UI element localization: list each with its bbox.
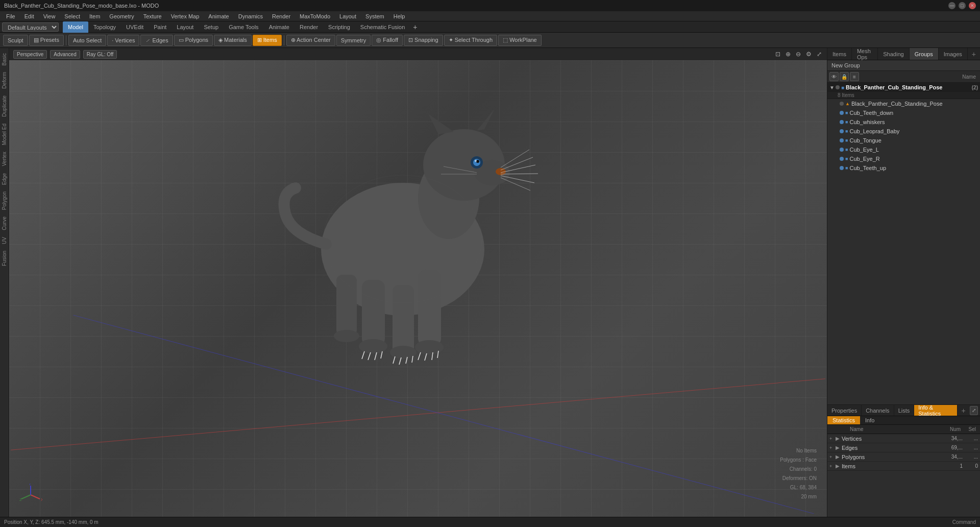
menu-item-item[interactable]: Item: [85, 12, 104, 20]
sidebar-tab-edge[interactable]: Edge: [1, 170, 8, 188]
add-layout-tab-button[interactable]: +: [410, 22, 420, 32]
minimize-button[interactable]: —: [948, 2, 955, 9]
layout-tab-model[interactable]: Model: [63, 21, 88, 33]
tab-mesh-ops[interactable]: Mesh Ops: [852, 48, 878, 60]
sidebar-tab-model-ed[interactable]: Model Ed: [1, 121, 8, 148]
symmetry-btn[interactable]: Symmetry: [336, 35, 371, 46]
stats-expand-btn[interactable]: ⤢: [970, 406, 978, 415]
select-through-btn[interactable]: ✦ Select Through: [444, 35, 497, 46]
scene-eye-btn[interactable]: 👁: [829, 72, 839, 81]
arrow-items[interactable]: ▶: [836, 463, 842, 469]
item-cub-eye-r[interactable]: ■ Cub_Eye_R: [827, 154, 980, 163]
add-stats-tab-button[interactable]: +: [958, 405, 970, 416]
item-black-panther-cub[interactable]: ▲ Black_Panther_Cub_Standing_Pose: [827, 99, 980, 108]
layout-tab-paint[interactable]: Paint: [149, 21, 172, 33]
falloff-btn[interactable]: ◎ Falloff: [372, 35, 403, 46]
menu-item-view[interactable]: View: [39, 12, 60, 20]
menu-item-maxtomodo[interactable]: MaxToModo: [296, 12, 334, 20]
sidebar-tab-fusion[interactable]: Fusion: [1, 248, 8, 269]
stats-row-vertices[interactable]: + ▶ Vertices 34,... ...: [827, 434, 980, 443]
sculpt-btn[interactable]: Sculpt: [3, 35, 28, 46]
tab-lists[interactable]: Lists: [894, 405, 915, 416]
edges-btn[interactable]: ⟋ Edges: [140, 35, 173, 46]
sidebar-tab-curve[interactable]: Curve: [1, 213, 8, 233]
sidebar-tab-deform[interactable]: Deform: [1, 69, 8, 92]
sidebar-tab-polygon[interactable]: Polygon: [1, 188, 8, 213]
sub-tab-statistics[interactable]: Statistics: [827, 416, 860, 424]
stats-row-items[interactable]: + ▶ Items 1 0: [827, 462, 980, 471]
sidebar-tab-duplicate[interactable]: Duplicate: [1, 92, 8, 120]
item-cub-leoprad-baby[interactable]: ■ Cub_Leoprad_Baby: [827, 127, 980, 136]
tab-groups[interactable]: Groups: [910, 48, 939, 60]
tab-shading[interactable]: Shading: [878, 48, 909, 60]
viewport[interactable]: Perspective Advanced Ray GL: Off ⊡ ⊕ ⊖ ⚙…: [9, 48, 827, 517]
sidebar-tab-uv[interactable]: UV: [1, 234, 8, 247]
layout-tab-setup[interactable]: Setup: [199, 21, 224, 33]
sub-tab-info[interactable]: Info: [860, 416, 879, 424]
tab-channels[interactable]: Channels: [862, 405, 894, 416]
stats-row-edges[interactable]: + ▶ Edges 69,... ...: [827, 443, 980, 452]
layout-tab-topology[interactable]: Topology: [88, 21, 121, 33]
item-cub-tongue[interactable]: ■ Cub_Tongue: [827, 136, 980, 145]
expand-icon[interactable]: ⤢: [816, 50, 823, 59]
fit-icon[interactable]: ⊡: [774, 50, 781, 59]
tab-images[interactable]: Images: [939, 48, 968, 60]
menu-item-dynamics[interactable]: Dynamics: [234, 12, 267, 20]
workplane-btn[interactable]: ⬚ WorkPlane: [498, 35, 542, 46]
menu-item-layout[interactable]: Layout: [335, 12, 360, 20]
ray-gl-btn[interactable]: Ray GL: Off: [83, 50, 117, 59]
expand-edges[interactable]: +: [829, 445, 836, 450]
menu-item-file[interactable]: File: [2, 12, 19, 20]
add-panel-tab-button[interactable]: +: [968, 49, 980, 60]
sidebar-tab-basic[interactable]: Basic: [1, 50, 8, 68]
scene-lock-btn[interactable]: 🔒: [840, 72, 849, 81]
camera-settings-icon[interactable]: ⚙: [805, 50, 813, 59]
arrow-vertices[interactable]: ▶: [836, 436, 842, 441]
menu-item-system[interactable]: System: [361, 12, 388, 20]
scene-filter-btn[interactable]: ≡: [850, 72, 859, 81]
sidebar-tab-vertex[interactable]: Vertex: [1, 149, 8, 169]
item-cub-whiskers[interactable]: ■ Cub_whiskers: [827, 117, 980, 127]
layout-tab-scripting[interactable]: Scripting: [323, 21, 355, 33]
expand-items[interactable]: +: [829, 464, 836, 469]
items-btn[interactable]: ⊞ Items: [253, 35, 282, 46]
layout-selector[interactable]: Default Layouts: [2, 22, 59, 32]
layout-tab-game-tools[interactable]: Game Tools: [224, 21, 264, 33]
layout-tab-render[interactable]: Render: [295, 21, 323, 33]
auto-select-btn[interactable]: Auto Select: [68, 35, 106, 46]
menu-item-texture[interactable]: Texture: [139, 12, 166, 20]
advanced-btn[interactable]: Advanced: [50, 50, 80, 59]
layout-tab-schematic-fusion[interactable]: Schematic Fusion: [355, 21, 410, 33]
tab-info-stats[interactable]: Info & Statistics: [914, 405, 957, 416]
item-cub-teeth-up[interactable]: ■ Cub_Teeth_up: [827, 163, 980, 173]
arrow-edges[interactable]: ▶: [836, 445, 842, 450]
layout-tab-uvedit[interactable]: UVEdit: [121, 21, 149, 33]
item-cub-teeth-down[interactable]: ■ Cub_Teeth_down: [827, 108, 980, 117]
menu-item-help[interactable]: Help: [389, 12, 409, 20]
menu-item-edit[interactable]: Edit: [20, 12, 38, 20]
presets-btn[interactable]: ▤ Presets: [29, 35, 64, 46]
close-button[interactable]: ✕: [969, 2, 976, 9]
polygons-btn[interactable]: ▭ Polygons: [174, 35, 213, 46]
action-center-btn[interactable]: ⊕ Action Center: [286, 35, 335, 46]
group-root-item[interactable]: ▼ ■ Black_Panther_Cub_Standing_Pose (2): [827, 83, 980, 92]
layout-tab-animate[interactable]: Animate: [264, 21, 295, 33]
materials-btn[interactable]: ◈ Materials: [214, 35, 252, 46]
menu-item-geometry[interactable]: Geometry: [105, 12, 138, 20]
maximize-button[interactable]: □: [959, 2, 966, 9]
expand-polygons[interactable]: +: [829, 454, 836, 460]
item-cub-eye-l[interactable]: ■ Cub_Eye_L: [827, 145, 980, 154]
zoom-out-icon[interactable]: ⊖: [795, 50, 802, 59]
menu-item-select[interactable]: Select: [60, 12, 84, 20]
viewport-canvas[interactable]: No Items Polygons : Face Channels: 0 Def…: [9, 60, 827, 517]
menu-item-render[interactable]: Render: [268, 12, 295, 20]
tab-items[interactable]: Items: [827, 48, 852, 60]
tab-properties[interactable]: Properties: [827, 405, 862, 416]
expand-vertices[interactable]: +: [829, 436, 836, 441]
new-group-button[interactable]: New Group: [827, 60, 980, 71]
vertices-btn[interactable]: · Vertices: [107, 35, 139, 46]
layout-tab-layout[interactable]: Layout: [172, 21, 199, 33]
snapping-btn[interactable]: ⊡ Snapping: [404, 35, 443, 46]
perspective-btn[interactable]: Perspective: [13, 50, 47, 59]
arrow-polygons[interactable]: ▶: [836, 454, 842, 460]
